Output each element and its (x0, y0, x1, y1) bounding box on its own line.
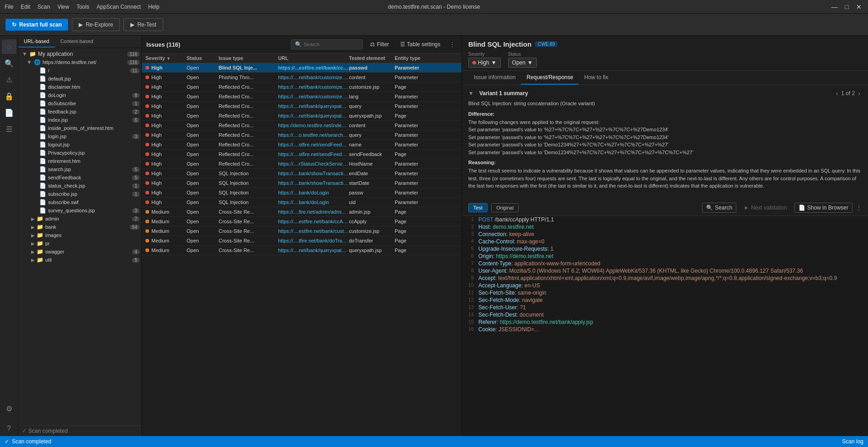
scan-log-button[interactable]: Scan log (842, 438, 863, 445)
tree-item-util[interactable]: ▶📁util5 (18, 256, 141, 264)
tree-item-host[interactable]: ▼ 🌐 https://demo.testfire.net/ 116 (18, 58, 141, 66)
table-row[interactable]: Medium Open Cross-Site Re... https://...… (142, 246, 461, 255)
status-bar: ✓ Scan completed Scan log (0, 436, 868, 447)
tree-item-subscribe_jsp[interactable]: 📄subscribe.jsp1 (18, 190, 141, 198)
toggle-test-button[interactable]: Test (468, 203, 488, 212)
tree-item-_[interactable]: 📄/11 (18, 66, 141, 75)
collapse-variant-button[interactable]: ▼ (468, 90, 474, 97)
tree-item-sendFeedback[interactable]: 📄sendFeedback5 (18, 173, 141, 182)
tree-item-root[interactable]: ▼ 📁 My application 116 (18, 50, 141, 58)
search-input[interactable] (304, 42, 359, 47)
sidebar-icon-help[interactable]: ? (2, 421, 16, 436)
tree-item-logout_jsp[interactable]: 📄logout.jsp (18, 140, 141, 149)
minimize-button[interactable]: — (830, 3, 840, 11)
sidebar-icon-settings[interactable]: ⚙ (2, 401, 16, 416)
req-more-button[interactable]: ⋮ (856, 205, 862, 211)
table-row[interactable]: Medium Open Cross-Site Re... https://...… (142, 217, 461, 226)
variant-next-button[interactable]: › (857, 90, 862, 97)
tab-request-response[interactable]: Request/Response (521, 71, 579, 85)
table-row[interactable]: High Open SQL Injection https://....bank… (142, 188, 461, 198)
sidebar-icon-shield[interactable]: 🔒 (2, 89, 16, 103)
menu-bar[interactable]: File Edit Scan View Tools AppScan Connec… (5, 4, 160, 10)
line-number: 6 (462, 253, 478, 259)
tab-issue-information[interactable]: Issue information (468, 71, 521, 85)
table-row[interactable]: High Open Phishing Thro... https://....n… (142, 73, 461, 82)
tree-item-doSubscribe[interactable]: 📄doSubscribe1 (18, 99, 141, 108)
code-line: 12Sec-Fetch-Mode: navigate (462, 296, 868, 304)
tree-item-subscribe_swf[interactable]: 📄subscribe.swf (18, 198, 141, 206)
sidebar-icon-list[interactable]: ☰ (2, 122, 16, 136)
reexplore-button[interactable]: ▶ Re-Explore (72, 18, 120, 31)
next-validation-button[interactable]: ► Next validation (740, 203, 791, 212)
tree-item-pr[interactable]: ▶📁pr (18, 239, 141, 248)
variant-prev-button[interactable]: ‹ (835, 90, 840, 97)
sidebar-icon-issues[interactable]: ⚠ (2, 72, 16, 87)
tree-item-doLogin[interactable]: 📄doLogin8 (18, 91, 141, 99)
menu-edit[interactable]: Edit (21, 4, 30, 10)
table-row[interactable]: High Open SQL Injection https://....bank… (142, 178, 461, 188)
tree-item-index_jsp[interactable]: 📄index.jsp6 (18, 116, 141, 124)
tree-item-login_jsp[interactable]: 📄login.jsp3 (18, 132, 141, 140)
line-content: Accept-Language: en-US (478, 282, 868, 289)
tab-url-based[interactable]: URL-based (18, 36, 55, 48)
tree-item-retirement_htm[interactable]: 📄retirement.htm (18, 157, 141, 165)
entity-type-cell: Parameter (395, 161, 440, 167)
toggle-original-button[interactable]: Original (491, 203, 519, 212)
show-browser-button[interactable]: 📄 Show in Browser (794, 203, 852, 213)
issue-type-cell: Reflected Cro... (219, 151, 278, 157)
menu-scan[interactable]: Scan (38, 4, 50, 10)
tree-item-images[interactable]: ▶📁images (18, 231, 141, 239)
menu-view[interactable]: View (57, 4, 69, 10)
retest-button[interactable]: ▶ Re-Test (123, 18, 163, 31)
table-row[interactable]: High Open Reflected Cro... https://....s… (142, 150, 461, 159)
status-select[interactable]: Open ▼ (508, 58, 537, 68)
tree-item-default_jsp[interactable]: 📄default.jsp (18, 75, 141, 83)
menu-help[interactable]: Help (148, 4, 160, 10)
table-row[interactable]: High Open Reflected Cro... https://demo.… (142, 121, 461, 130)
table-row[interactable]: High Open Reflected Cro... https://....n… (142, 111, 461, 121)
tree-item-bank[interactable]: ▶📁bank54 (18, 223, 141, 231)
restart-scan-button[interactable]: ↻ Restart full scan (5, 19, 68, 31)
table-row[interactable]: High Open Reflected Cro... https://....s… (142, 140, 461, 150)
search-box[interactable]: 🔍 (291, 39, 363, 49)
restore-button[interactable]: □ (843, 3, 851, 11)
table-row[interactable]: High Open Reflected Cro... https://....r… (142, 159, 461, 169)
tree-item-survey_questions_jsp[interactable]: 📄survey_questions.jsp3 (18, 206, 141, 215)
tree-item-status_check_jsp[interactable]: 📄status_check.jsp1 (18, 182, 141, 190)
table-row[interactable]: High Open SQL Injection https://....bank… (142, 169, 461, 178)
table-row[interactable]: High Open Reflected Cro... https://....n… (142, 92, 461, 102)
table-row[interactable]: High Open Reflected Cro... https://....o… (142, 130, 461, 140)
entity-type-cell: Parameter (395, 65, 440, 70)
tab-content-based[interactable]: Content-based (55, 36, 99, 48)
table-row[interactable]: Medium Open Cross-Site Re... https://...… (142, 226, 461, 236)
menu-tools[interactable]: Tools (76, 4, 89, 10)
table-row[interactable]: High Open Reflected Cro... https://....n… (142, 102, 461, 111)
issues-more-button[interactable]: ⋮ (448, 39, 457, 49)
sidebar-icon-reports[interactable]: 📄 (2, 105, 16, 120)
tab-how-to-fix[interactable]: How to fix (579, 71, 614, 85)
reasoning-text: The test result seems to indicate a vuln… (468, 167, 862, 190)
table-row[interactable]: High Open Reflected Cro... https://....n… (142, 82, 461, 92)
filter-button[interactable]: ⚖ Filter (366, 39, 393, 49)
severity-select[interactable]: High ▼ (468, 58, 501, 68)
menu-appscan-connect[interactable]: AppScan Connect (96, 4, 141, 10)
table-settings-button[interactable]: ☰ Table settings (396, 39, 444, 49)
issue-type-cell: Cross-Site Re... (219, 238, 278, 243)
tree-item-search_jsp[interactable]: 📄search.jsp5 (18, 165, 141, 173)
menu-file[interactable]: File (5, 4, 13, 10)
table-row[interactable]: Medium Open Cross-Site Re... https://...… (142, 207, 461, 217)
tree-item-disclaimer_htm[interactable]: 📄disclaimer.htm (18, 83, 141, 91)
sidebar-icon-home[interactable]: ⌂ (2, 39, 16, 54)
tree-item-inside_points_of_interest_htm[interactable]: 📄inside_points_of_interest.htm (18, 124, 141, 132)
tree-item-swagger[interactable]: ▶📁swagger4 (18, 248, 141, 256)
sidebar-icon-explore[interactable]: 🔍 (2, 56, 16, 70)
search-request-button[interactable]: 🔍 Search (702, 203, 736, 213)
table-row[interactable]: High Open Blind SQL Inje... https://...e… (142, 63, 461, 73)
tree-item-Privacypolicy_jsp[interactable]: 📄Privacypolicy.jsp (18, 149, 141, 157)
table-row[interactable]: Medium Open Cross-Site Re... https://...… (142, 236, 461, 246)
window-controls[interactable]: — □ ✕ (830, 3, 863, 11)
table-row[interactable]: High Open SQL Injection https://....bank… (142, 198, 461, 207)
tree-item-admin[interactable]: ▶📁admin7 (18, 215, 141, 223)
tree-item-feedback_jsp[interactable]: 📄feedback.jsp2 (18, 108, 141, 116)
close-button[interactable]: ✕ (854, 3, 863, 11)
